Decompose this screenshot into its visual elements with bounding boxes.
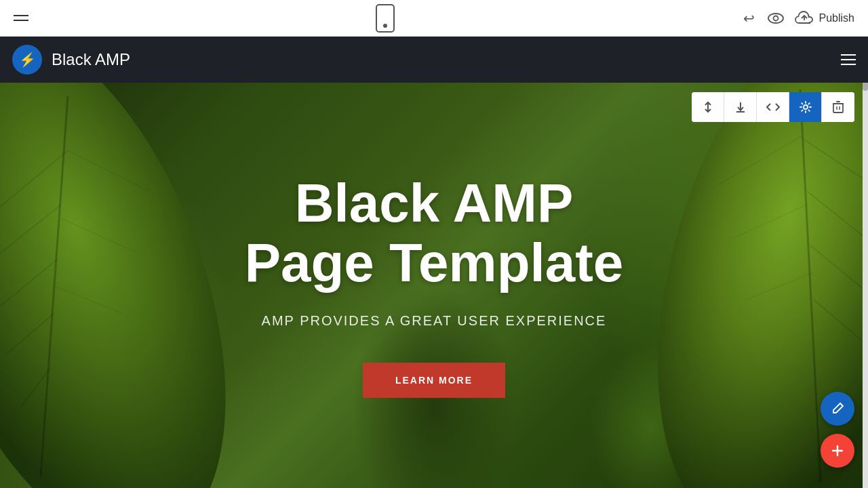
undo-icon[interactable]: ↩ [742, 11, 757, 26]
publish-label: Publish [819, 12, 854, 24]
add-fab-button[interactable] [821, 434, 854, 468]
svg-point-3 [0, 83, 244, 488]
sort-button[interactable] [692, 92, 724, 122]
svg-point-0 [768, 14, 783, 23]
code-button[interactable] [757, 92, 789, 122]
mobile-preview-icon[interactable] [376, 4, 395, 33]
app-logo: ⚡ Black AMP [12, 45, 130, 75]
svg-point-1 [773, 16, 778, 20]
leaf-left-decoration [0, 83, 244, 488]
toolbar-left [14, 15, 28, 21]
download-button[interactable] [724, 92, 757, 122]
main-content: Black AMP Page Template AMP PROVIDES A G… [0, 83, 868, 488]
app-header: ⚡ Black AMP [0, 37, 868, 83]
top-toolbar: ↩ Publish [0, 0, 868, 37]
learn-more-button[interactable]: LEARN MORE [363, 363, 505, 398]
hero-title: Black AMP Page Template [245, 174, 624, 293]
fab-container [821, 392, 854, 468]
toolbar-center [376, 4, 395, 33]
logo-icon: ⚡ [12, 45, 42, 75]
settings-button[interactable] [789, 92, 822, 122]
toolbar-right: ↩ Publish [742, 10, 854, 26]
cloud-upload-icon [795, 11, 814, 26]
svg-point-25 [804, 105, 808, 109]
content-toolbar [692, 92, 854, 122]
hero-content: Black AMP Page Template AMP PROVIDES A G… [245, 174, 624, 398]
hero-section: Black AMP Page Template AMP PROVIDES A G… [0, 83, 868, 488]
publish-button[interactable]: Publish [795, 11, 854, 26]
app-menu-icon[interactable] [841, 54, 856, 65]
delete-button[interactable] [822, 92, 854, 122]
app-title: Black AMP [52, 50, 130, 69]
svg-rect-26 [833, 104, 843, 113]
menu-icon[interactable] [14, 15, 28, 21]
preview-icon[interactable] [768, 10, 784, 26]
scrollbar[interactable] [863, 37, 868, 488]
edit-fab-button[interactable] [821, 392, 854, 426]
hero-subtitle: AMP PROVIDES A GREAT USER EXPERIENCE [245, 313, 624, 329]
